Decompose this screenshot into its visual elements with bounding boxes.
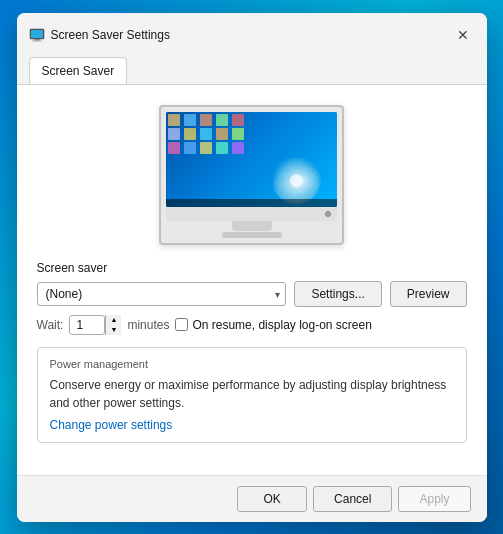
monitor-base bbox=[222, 232, 282, 238]
wait-spinner-group: ▲ ▼ bbox=[69, 315, 121, 335]
spin-up-button[interactable]: ▲ bbox=[105, 315, 121, 325]
main-content: Screen saver (None) 3D Text Blank Bubble… bbox=[17, 85, 487, 475]
minutes-label: minutes bbox=[127, 318, 169, 332]
screen-saver-section: Screen saver (None) 3D Text Blank Bubble… bbox=[37, 261, 467, 335]
svg-rect-3 bbox=[32, 40, 42, 41]
screen-saver-select[interactable]: (None) 3D Text Blank Bubbles Mystify Pho… bbox=[37, 282, 287, 306]
change-power-settings-link[interactable]: Change power settings bbox=[50, 418, 173, 432]
monitor-stand bbox=[232, 221, 272, 231]
wait-label: Wait: bbox=[37, 318, 64, 332]
title-bar: Screen Saver Settings ✕ bbox=[17, 13, 487, 53]
spin-down-button[interactable]: ▼ bbox=[105, 325, 121, 335]
monitor-screen bbox=[166, 112, 337, 207]
close-button[interactable]: ✕ bbox=[451, 23, 475, 47]
on-resume-label[interactable]: On resume, display log-on screen bbox=[175, 318, 371, 332]
win11-bloom-icon bbox=[264, 140, 329, 205]
wait-input[interactable] bbox=[69, 315, 105, 335]
svg-rect-1 bbox=[31, 30, 43, 38]
monitor-bottom-bar bbox=[166, 207, 337, 221]
desktop-icons bbox=[168, 114, 246, 154]
power-management-description: Conserve energy or maximise performance … bbox=[50, 376, 454, 412]
screen-saver-select-wrapper: (None) 3D Text Blank Bubbles Mystify Pho… bbox=[37, 282, 287, 306]
preview-button[interactable]: Preview bbox=[390, 281, 467, 307]
svg-rect-2 bbox=[34, 39, 40, 41]
power-management-title: Power management bbox=[50, 358, 454, 370]
dialog-icon bbox=[29, 27, 45, 43]
wait-row: Wait: ▲ ▼ minutes On resume, display log… bbox=[37, 315, 467, 335]
monitor-frame bbox=[159, 105, 344, 245]
tab-bar: Screen Saver bbox=[17, 53, 487, 85]
cancel-button[interactable]: Cancel bbox=[313, 486, 392, 512]
svg-point-10 bbox=[290, 174, 303, 187]
screen-saver-controls-row: (None) 3D Text Blank Bubbles Mystify Pho… bbox=[37, 281, 467, 307]
ok-button[interactable]: OK bbox=[237, 486, 307, 512]
settings-button[interactable]: Settings... bbox=[294, 281, 381, 307]
on-resume-checkbox[interactable] bbox=[175, 318, 188, 331]
preview-area bbox=[37, 105, 467, 245]
screen-saver-dialog: Screen Saver Settings ✕ Screen Saver bbox=[17, 13, 487, 522]
dialog-title: Screen Saver Settings bbox=[51, 28, 451, 42]
tab-screen-saver[interactable]: Screen Saver bbox=[29, 57, 128, 84]
power-management-section: Power management Conserve energy or maxi… bbox=[37, 347, 467, 443]
screen-saver-label: Screen saver bbox=[37, 261, 467, 275]
spinner-buttons: ▲ ▼ bbox=[105, 315, 121, 335]
apply-button[interactable]: Apply bbox=[398, 486, 470, 512]
monitor-dot bbox=[325, 211, 331, 217]
on-resume-text: On resume, display log-on screen bbox=[192, 318, 371, 332]
taskbar-mini bbox=[166, 199, 337, 207]
dialog-buttons: OK Cancel Apply bbox=[17, 475, 487, 522]
